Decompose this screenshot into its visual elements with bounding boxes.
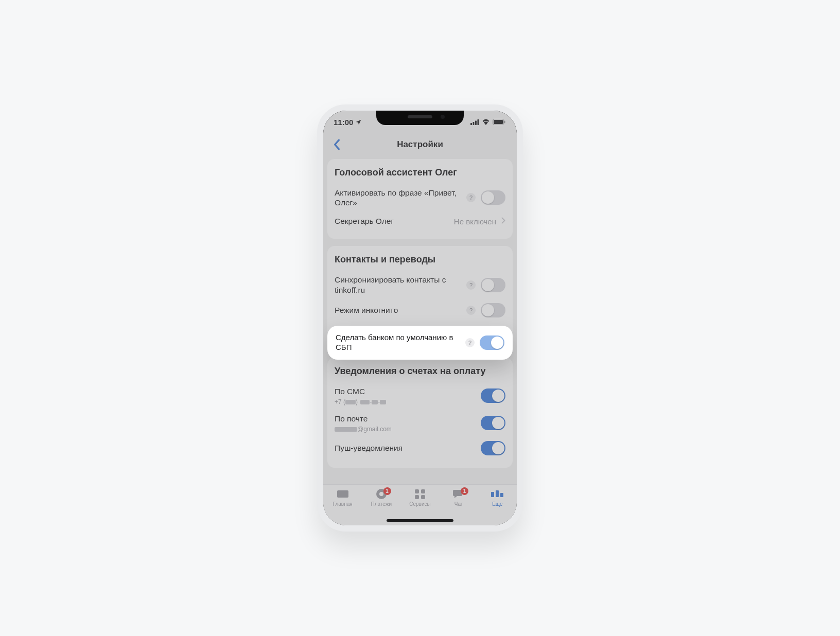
tab-chat-label: Чат bbox=[454, 501, 463, 507]
toggle-activate-phrase[interactable] bbox=[481, 190, 505, 205]
redacted bbox=[372, 400, 378, 404]
notifications-title: Уведомления о счетах на оплату bbox=[335, 366, 505, 377]
back-button[interactable] bbox=[327, 135, 346, 154]
row-incognito: Режим инкогнито ? bbox=[335, 299, 505, 322]
sms-suffix: ) bbox=[356, 398, 358, 405]
sbp-label: Сделать банком по умолчанию в СБП bbox=[336, 333, 460, 352]
tab-home-label: Главная bbox=[333, 501, 353, 507]
help-icon[interactable]: ? bbox=[466, 280, 476, 290]
svg-rect-12 bbox=[415, 495, 419, 499]
front-camera bbox=[441, 115, 445, 119]
tab-home[interactable]: Главная bbox=[323, 488, 362, 525]
email-label: По почте bbox=[335, 414, 477, 424]
nav-title: Настройки bbox=[397, 139, 443, 150]
status-right bbox=[470, 119, 505, 125]
tab-payments-label: Платежи bbox=[371, 501, 392, 507]
svg-rect-3 bbox=[478, 119, 479, 125]
help-icon[interactable]: ? bbox=[466, 306, 476, 315]
location-icon bbox=[355, 119, 362, 126]
battery-icon bbox=[493, 119, 505, 125]
sync-contacts-label: Синхронизировать контакты с tinkoff.ru bbox=[335, 275, 462, 295]
help-icon[interactable]: ? bbox=[465, 338, 475, 347]
secretary-value: Не включен bbox=[454, 217, 496, 226]
redacted bbox=[345, 400, 356, 404]
svg-point-9 bbox=[379, 492, 383, 496]
toggle-incognito[interactable] bbox=[481, 303, 505, 317]
svg-rect-11 bbox=[421, 489, 425, 493]
toggle-sbp-default[interactable] bbox=[480, 335, 504, 350]
svg-rect-1 bbox=[473, 122, 475, 125]
phone-frame: 11:00 bbox=[317, 104, 523, 532]
row-secretary[interactable]: Секретарь Олег Не включен bbox=[335, 212, 505, 231]
email-sub: @gmail.com bbox=[335, 426, 477, 433]
sms-prefix: +7 ( bbox=[335, 398, 345, 405]
svg-rect-7 bbox=[337, 490, 348, 498]
nav-bar: Настройки bbox=[323, 133, 517, 156]
badge-chat: 1 bbox=[461, 487, 468, 495]
toggle-sync-contacts[interactable] bbox=[481, 278, 505, 292]
redacted bbox=[360, 400, 370, 404]
more-icon bbox=[490, 488, 504, 500]
email-suffix: @gmail.com bbox=[357, 426, 392, 433]
sms-sub: +7 () -- bbox=[335, 398, 477, 405]
assistant-title: Голосовой ассистент Олег bbox=[335, 167, 505, 179]
status-left: 11:00 bbox=[334, 118, 362, 127]
content: Голосовой ассистент Олег Активировать по… bbox=[323, 156, 517, 484]
sbp-highlight-popover: Сделать банком по умолчанию в СБП ? bbox=[327, 326, 513, 360]
cellular-icon bbox=[470, 119, 479, 125]
secretary-label: Секретарь Олег bbox=[335, 216, 450, 226]
status-time: 11:00 bbox=[334, 118, 353, 127]
toggle-push[interactable] bbox=[481, 441, 505, 455]
row-sync-contacts: Синхронизировать контакты с tinkoff.ru ? bbox=[335, 271, 505, 299]
tab-more[interactable]: Еще bbox=[478, 488, 517, 525]
svg-rect-0 bbox=[470, 123, 472, 125]
svg-rect-10 bbox=[415, 489, 419, 493]
svg-rect-6 bbox=[504, 121, 505, 123]
incognito-label: Режим инкогнито bbox=[335, 305, 462, 315]
tab-services-label: Сервисы bbox=[409, 501, 430, 507]
activate-phrase-label: Активировать по фразе «Привет, Олег» bbox=[335, 188, 462, 208]
svg-rect-14 bbox=[491, 492, 494, 497]
assistant-card: Голосовой ассистент Олег Активировать по… bbox=[327, 159, 513, 239]
redacted bbox=[380, 400, 386, 404]
chevron-right-icon bbox=[501, 217, 505, 226]
contacts-title: Контакты и переводы bbox=[335, 254, 505, 266]
phone-bezel: 11:00 bbox=[323, 111, 517, 525]
notifications-card: Уведомления о счетах на оплату По СМС +7… bbox=[327, 358, 513, 467]
home-icon bbox=[336, 488, 350, 500]
badge-payments: 1 bbox=[383, 487, 391, 495]
row-sms: По СМС +7 () -- bbox=[335, 382, 505, 410]
svg-rect-5 bbox=[494, 120, 503, 124]
home-indicator[interactable] bbox=[387, 519, 453, 522]
toggle-sms[interactable] bbox=[481, 388, 505, 403]
tab-more-label: Еще bbox=[492, 501, 502, 507]
row-push: Пуш-уведомления bbox=[335, 437, 505, 460]
notch bbox=[376, 111, 464, 125]
svg-rect-13 bbox=[421, 495, 425, 499]
sms-label: По СМС bbox=[335, 386, 477, 397]
speaker-grille bbox=[408, 115, 432, 118]
wifi-icon bbox=[482, 119, 490, 125]
svg-rect-16 bbox=[500, 493, 503, 497]
row-activate-phrase: Активировать по фразе «Привет, Олег» ? bbox=[335, 184, 505, 213]
svg-rect-15 bbox=[496, 490, 499, 497]
toggle-email[interactable] bbox=[481, 416, 505, 430]
redacted bbox=[335, 427, 357, 432]
svg-rect-2 bbox=[475, 120, 477, 125]
row-email: По почте @gmail.com bbox=[335, 410, 505, 437]
screen: 11:00 bbox=[323, 111, 517, 525]
help-icon[interactable]: ? bbox=[466, 193, 476, 202]
push-label: Пуш-уведомления bbox=[335, 443, 477, 453]
services-icon bbox=[413, 488, 427, 500]
